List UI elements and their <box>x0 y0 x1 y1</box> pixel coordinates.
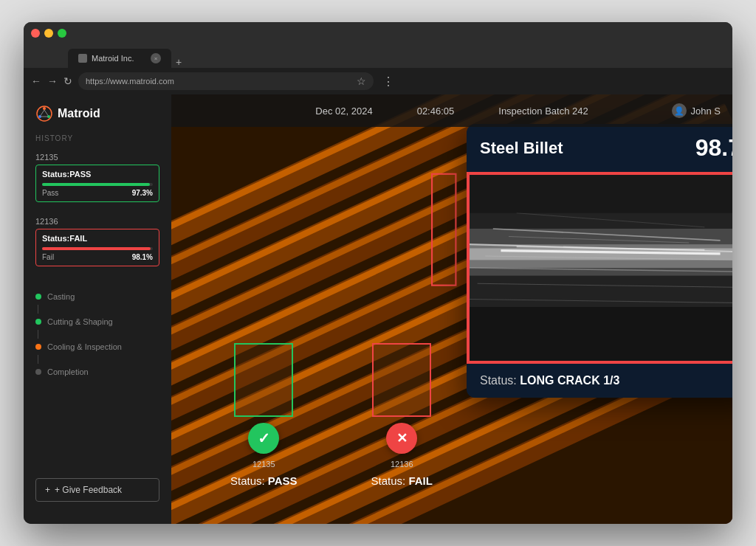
tab-label: Matroid Inc. <box>92 54 134 63</box>
pass-inspection-status: Status: PASS <box>230 474 298 487</box>
main-content: Dec 02, 2024 02:46:05 Inspection Batch 2… <box>171 94 732 524</box>
detail-title: Steel Billet <box>480 139 563 158</box>
logo-text: Matroid <box>58 107 100 120</box>
pipeline-item-completion: Completion <box>35 364 159 380</box>
fail-inspection-id: 12136 <box>391 460 413 469</box>
give-feedback-label: + Give Feedback <box>55 485 122 495</box>
pass-progress-fill <box>42 183 150 186</box>
new-tab-button[interactable]: + <box>176 56 182 68</box>
pass-inspection-id: 12135 <box>252 460 275 469</box>
tab-close-button[interactable]: × <box>151 53 161 63</box>
pass-progress-row: Pass 97.3% <box>42 189 153 197</box>
detail-panel: Steel Billet 98.7 <box>467 124 732 398</box>
user-info: 👤 John S <box>672 103 721 118</box>
detail-footer-text: Status: LONG CRACK 1/3 <box>480 374 619 387</box>
svg-rect-50 <box>470 175 732 213</box>
fail-pct: 98.1% <box>132 253 153 261</box>
logo: Matroid <box>24 105 171 134</box>
pipeline-item-casting: Casting <box>35 288 159 305</box>
history-item-pass[interactable]: 12135 Status:PASS Pass 97.3% <box>24 148 171 207</box>
detail-footer: Status: LONG CRACK 1/3 <box>467 364 732 398</box>
app-container: Matroid HISTORY 12135 Status:PASS Pass 9… <box>24 94 732 524</box>
batch-display: Inspection Batch 242 <box>498 106 588 117</box>
detail-header: Steel Billet 98.7 <box>467 124 732 172</box>
steel-surface-svg <box>470 175 732 361</box>
fail-detection-box <box>372 343 431 417</box>
detail-image <box>467 172 732 364</box>
history-id-1: 12135 <box>35 153 159 162</box>
minimize-button[interactable] <box>44 29 53 38</box>
pass-status-bold: PASS <box>268 474 298 487</box>
browser-addressbar: ← → ↻ https://www.matroid.com ☆ ⋮ <box>24 68 732 94</box>
fail-progress-fill <box>42 247 151 250</box>
maximize-button[interactable] <box>58 29 66 38</box>
sidebar: Matroid HISTORY 12135 Status:PASS Pass 9… <box>24 94 171 524</box>
history-card-fail: Status:FAIL Fail 98.1% <box>35 229 159 266</box>
url-text: https://www.matroid.com <box>86 77 174 86</box>
give-feedback-icon: + <box>45 485 50 495</box>
fail-label: Fail <box>42 253 54 261</box>
history-id-2: 12136 <box>35 217 159 226</box>
pipeline-label-cooling: Cooling & Inspection <box>47 342 122 351</box>
top-bar: Dec 02, 2024 02:46:05 Inspection Batch 2… <box>171 94 732 127</box>
fail-status-label: Status:FAIL <box>42 234 153 243</box>
pipeline-label-completion: Completion <box>47 367 89 376</box>
pipeline-connector-1 <box>38 305 38 314</box>
inspection-pass-item: ✓ 12135 Status: PASS <box>230 343 298 487</box>
fail-status-bold: FAIL <box>408 474 433 487</box>
browser-titlebar <box>24 22 732 44</box>
give-feedback-button[interactable]: + + Give Feedback <box>35 478 159 502</box>
svg-line-5 <box>41 110 44 116</box>
detail-status-value: LONG CRACK 1/3 <box>520 374 619 387</box>
pipeline-connector-2 <box>38 330 38 339</box>
pipeline-section: Casting Cutting & Shaping Cooling & Insp… <box>24 283 171 386</box>
svg-rect-49 <box>470 307 732 361</box>
pipeline-item-cooling: Cooling & Inspection <box>35 339 159 355</box>
pipeline-dot-cooling <box>35 344 41 350</box>
pipeline-dot-completion <box>35 369 41 375</box>
pipeline-label-cutting: Cutting & Shaping <box>47 317 113 326</box>
browser-window: Matroid Inc. × + ← → ↻ https://www.matro… <box>24 22 732 524</box>
history-card-pass: Status:PASS Pass 97.3% <box>35 165 159 202</box>
matroid-logo-icon <box>35 105 53 122</box>
pass-label: Pass <box>42 189 58 197</box>
history-section-title: HISTORY <box>24 134 171 148</box>
pipeline-item-cutting: Cutting & Shaping <box>35 314 159 330</box>
pass-pct: 97.3% <box>132 189 153 197</box>
pipeline-connector-3 <box>38 355 38 364</box>
forward-button[interactable]: → <box>47 75 58 87</box>
pass-badge: ✓ <box>248 423 279 454</box>
back-button[interactable]: ← <box>31 75 41 87</box>
close-button[interactable] <box>31 29 40 38</box>
user-name: John S <box>691 106 721 117</box>
pass-progress-bg <box>42 183 153 186</box>
pass-status-label: Status:PASS <box>42 170 153 179</box>
pipeline-label-casting: Casting <box>47 292 75 301</box>
inspection-fail-item: ✕ 12136 Status: FAIL <box>371 343 433 487</box>
history-item-fail[interactable]: 12136 Status:FAIL Fail 98.1% <box>24 212 171 271</box>
date-display: Dec 02, 2024 <box>315 106 372 117</box>
time-display: 02:46:05 <box>417 106 455 117</box>
browser-tab-bar: Matroid Inc. × + <box>24 44 732 68</box>
detail-score: 98.7 <box>695 134 732 162</box>
address-bar[interactable]: https://www.matroid.com ☆ <box>78 72 374 90</box>
fail-inspection-status: Status: FAIL <box>371 474 433 487</box>
tab-favicon <box>78 54 87 63</box>
pipeline-dot-cutting <box>35 319 41 325</box>
user-avatar: 👤 <box>672 103 687 118</box>
browser-tab[interactable]: Matroid Inc. × <box>68 49 171 68</box>
svg-line-4 <box>44 110 48 116</box>
refresh-button[interactable]: ↻ <box>63 75 72 87</box>
svg-point-1 <box>43 107 46 110</box>
bookmark-icon[interactable]: ☆ <box>357 75 366 87</box>
browser-menu-button[interactable]: ⋮ <box>382 75 394 89</box>
pipeline-dot-casting <box>35 294 41 300</box>
pass-detection-box <box>234 343 293 417</box>
fail-progress-row: Fail 98.1% <box>42 253 153 261</box>
fail-progress-bg <box>42 247 153 250</box>
fail-badge: ✕ <box>386 423 417 454</box>
